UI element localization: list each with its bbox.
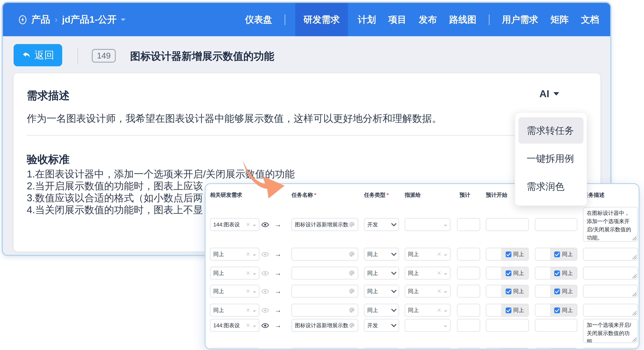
nav-tab-dashboard[interactable]: 仪表盘 <box>245 13 272 26</box>
assignee-select[interactable]: 同上✕ <box>405 304 450 317</box>
estimate-input[interactable] <box>457 319 480 332</box>
nav-tab-user-requirements[interactable]: 用户需求 <box>502 13 538 26</box>
clear-icon[interactable]: ✕ <box>246 222 250 227</box>
task-name-input[interactable] <box>292 248 358 261</box>
same-as-above-checkbox[interactable] <box>554 270 560 276</box>
ai-dropdown-trigger[interactable]: AI <box>540 88 559 100</box>
assignee-select[interactable] <box>405 218 450 231</box>
palette-icon[interactable] <box>349 221 355 228</box>
planned-start-same-field[interactable]: 同上 <box>486 267 529 280</box>
task-description-textarea[interactable] <box>583 248 638 261</box>
same-as-above-checkbox[interactable] <box>554 307 560 313</box>
preview-eye-icon[interactable] <box>260 304 270 317</box>
menu-item-polish-requirement[interactable]: 需求润色 <box>518 173 584 200</box>
due-date-input[interactable] <box>535 319 577 332</box>
estimate-input[interactable] <box>457 267 480 280</box>
assignee-select[interactable] <box>405 348 450 350</box>
menu-item-split-use-case[interactable]: 一键拆用例 <box>518 145 584 172</box>
task-type-select[interactable]: 开发 <box>364 218 399 231</box>
task-name-input[interactable]: 图标设计器新增展示数 <box>292 319 358 332</box>
nav-tab-plan[interactable]: 计划 <box>358 13 376 26</box>
planned-start-same-field[interactable] <box>486 348 529 350</box>
palette-icon[interactable] <box>349 322 355 329</box>
same-as-above-checkbox[interactable] <box>554 251 560 257</box>
preview-eye-icon[interactable] <box>260 285 270 298</box>
due-date-same-field[interactable]: 同上 <box>535 285 577 298</box>
estimate-input[interactable] <box>457 248 480 261</box>
due-date-same-field[interactable]: 同上 <box>535 304 577 317</box>
clear-icon[interactable]: ✕ <box>437 270 442 276</box>
task-description-textarea[interactable]: 加一个选项来开启/关闭展示数值的功能。 <box>583 319 638 343</box>
same-as-above-checkbox[interactable] <box>506 288 511 294</box>
task-name-input[interactable] <box>292 348 358 350</box>
requirement-select[interactable]: 144:图表设✕ <box>210 218 260 231</box>
requirement-select[interactable]: 同上✕ <box>210 248 260 261</box>
planned-start-input[interactable] <box>486 319 529 332</box>
task-description-textarea[interactable] <box>583 348 638 350</box>
task-type-select[interactable]: 开发 <box>364 319 399 332</box>
task-description-textarea[interactable] <box>583 285 638 298</box>
breadcrumb-product[interactable]: 产品 <box>31 13 50 26</box>
clear-icon[interactable]: ✕ <box>437 252 442 257</box>
clear-icon[interactable]: ✕ <box>246 323 250 328</box>
assignee-select[interactable]: 同上✕ <box>405 267 450 280</box>
task-description-textarea[interactable] <box>583 304 638 317</box>
nav-tab-docs[interactable]: 文档 <box>581 13 599 26</box>
planned-start-same-field[interactable]: 同上 <box>486 304 529 317</box>
estimate-input[interactable] <box>457 218 480 231</box>
task-type-select[interactable] <box>364 348 399 350</box>
palette-icon[interactable] <box>349 307 355 313</box>
nav-tab-project[interactable]: 项目 <box>388 13 406 26</box>
nav-tab-rd-requirements[interactable]: 研发需求 <box>295 3 348 36</box>
planned-start-same-field[interactable]: 同上 <box>486 248 529 261</box>
due-date-input[interactable] <box>535 218 577 231</box>
task-type-select[interactable]: 同上 <box>364 304 399 317</box>
task-name-input[interactable] <box>292 267 358 280</box>
task-type-select[interactable]: 同上 <box>364 248 399 261</box>
same-as-above-checkbox[interactable] <box>554 288 560 294</box>
assignee-select[interactable]: 同上✕ <box>405 285 450 298</box>
back-button[interactable]: 返回 <box>14 44 62 66</box>
preview-eye-icon[interactable] <box>260 267 270 280</box>
same-as-above-checkbox[interactable] <box>506 251 511 257</box>
task-name-input[interactable] <box>292 285 358 298</box>
task-type-select[interactable]: 同上 <box>364 267 399 280</box>
planned-start-input[interactable] <box>486 218 529 231</box>
nav-tab-release[interactable]: 发布 <box>419 13 437 26</box>
due-date-same-field[interactable]: 同上 <box>535 267 577 280</box>
nav-tab-roadmap[interactable]: 路线图 <box>449 13 476 26</box>
clear-icon[interactable]: ✕ <box>246 252 250 257</box>
palette-icon[interactable] <box>349 251 355 257</box>
task-name-input[interactable]: 图标设计器新增展示数 <box>292 218 358 231</box>
task-description-textarea[interactable] <box>583 267 638 280</box>
chevron-down-icon[interactable] <box>120 18 126 23</box>
requirement-select[interactable]: 同上✕ <box>210 285 260 298</box>
preview-eye-icon[interactable] <box>260 319 270 332</box>
clear-icon[interactable]: ✕ <box>246 308 250 313</box>
requirement-select[interactable]: 144:图表设✕ <box>210 319 260 332</box>
due-date-same-field[interactable] <box>535 348 577 350</box>
estimate-input[interactable] <box>457 304 480 317</box>
requirement-select[interactable]: 同上✕ <box>210 304 260 317</box>
clear-icon[interactable]: ✕ <box>246 289 250 294</box>
same-as-above-checkbox[interactable] <box>506 307 511 313</box>
task-description-textarea[interactable]: 在图标设计器中，添加一个选项来开启/关闭展示数值的功能。 <box>583 207 638 242</box>
clear-icon[interactable]: ✕ <box>246 270 250 276</box>
clear-icon[interactable]: ✕ <box>437 289 442 294</box>
estimate-input[interactable] <box>457 285 480 298</box>
planned-start-same-field[interactable]: 同上 <box>486 285 529 298</box>
task-name-input[interactable] <box>292 304 358 317</box>
nav-tab-matrix[interactable]: 矩阵 <box>550 13 569 26</box>
requirement-select[interactable]: 同上✕ <box>210 267 260 280</box>
due-date-same-field[interactable]: 同上 <box>535 248 577 261</box>
task-type-select[interactable]: 同上 <box>364 285 399 298</box>
same-as-above-checkbox[interactable] <box>506 270 511 276</box>
menu-item-requirement-to-task[interactable]: 需求转任务 <box>518 117 584 144</box>
palette-icon[interactable] <box>349 288 355 294</box>
breadcrumb-current-product[interactable]: jd产品1-公开 <box>62 13 117 26</box>
assignee-select[interactable] <box>405 319 450 332</box>
palette-icon[interactable] <box>349 270 355 276</box>
estimate-input[interactable] <box>457 348 480 350</box>
requirement-select[interactable] <box>210 348 260 350</box>
preview-eye-icon[interactable] <box>260 248 270 261</box>
